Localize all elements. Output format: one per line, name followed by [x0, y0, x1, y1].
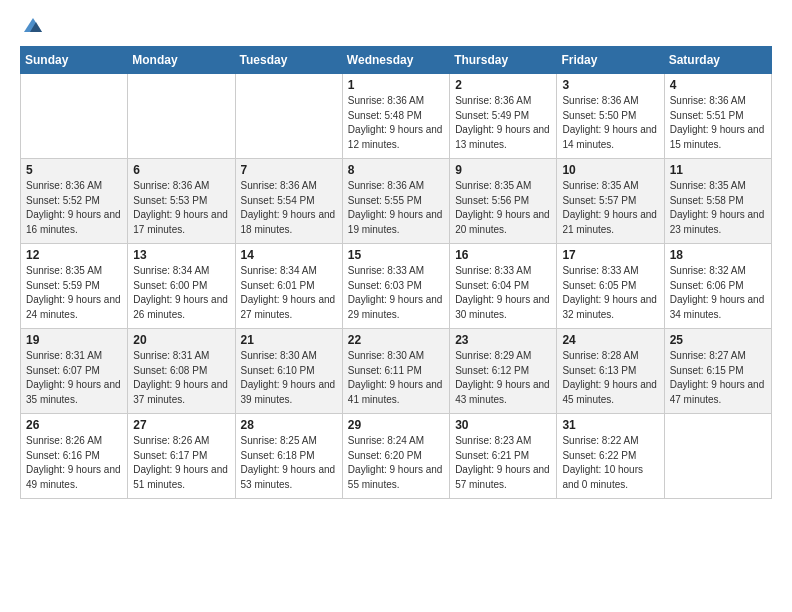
day-number: 6 — [133, 163, 229, 177]
day-number: 11 — [670, 163, 766, 177]
calendar-cell: 21Sunrise: 8:30 AMSunset: 6:10 PMDayligh… — [235, 329, 342, 414]
calendar-cell: 19Sunrise: 8:31 AMSunset: 6:07 PMDayligh… — [21, 329, 128, 414]
day-info: Sunrise: 8:31 AMSunset: 6:07 PMDaylight:… — [26, 349, 122, 407]
day-info: Sunrise: 8:35 AMSunset: 5:56 PMDaylight:… — [455, 179, 551, 237]
day-number: 26 — [26, 418, 122, 432]
day-number: 20 — [133, 333, 229, 347]
day-info: Sunrise: 8:35 AMSunset: 5:59 PMDaylight:… — [26, 264, 122, 322]
calendar-cell: 26Sunrise: 8:26 AMSunset: 6:16 PMDayligh… — [21, 414, 128, 499]
day-info: Sunrise: 8:30 AMSunset: 6:10 PMDaylight:… — [241, 349, 337, 407]
calendar-cell: 22Sunrise: 8:30 AMSunset: 6:11 PMDayligh… — [342, 329, 449, 414]
day-info: Sunrise: 8:26 AMSunset: 6:16 PMDaylight:… — [26, 434, 122, 492]
weekday-header: Tuesday — [235, 47, 342, 74]
day-info: Sunrise: 8:36 AMSunset: 5:54 PMDaylight:… — [241, 179, 337, 237]
calendar-week-row: 19Sunrise: 8:31 AMSunset: 6:07 PMDayligh… — [21, 329, 772, 414]
day-number: 18 — [670, 248, 766, 262]
day-info: Sunrise: 8:32 AMSunset: 6:06 PMDaylight:… — [670, 264, 766, 322]
day-info: Sunrise: 8:36 AMSunset: 5:55 PMDaylight:… — [348, 179, 444, 237]
calendar-cell: 29Sunrise: 8:24 AMSunset: 6:20 PMDayligh… — [342, 414, 449, 499]
day-info: Sunrise: 8:30 AMSunset: 6:11 PMDaylight:… — [348, 349, 444, 407]
day-info: Sunrise: 8:36 AMSunset: 5:50 PMDaylight:… — [562, 94, 658, 152]
day-number: 22 — [348, 333, 444, 347]
day-info: Sunrise: 8:36 AMSunset: 5:53 PMDaylight:… — [133, 179, 229, 237]
calendar-cell: 12Sunrise: 8:35 AMSunset: 5:59 PMDayligh… — [21, 244, 128, 329]
day-info: Sunrise: 8:28 AMSunset: 6:13 PMDaylight:… — [562, 349, 658, 407]
day-number: 30 — [455, 418, 551, 432]
weekday-header: Thursday — [450, 47, 557, 74]
calendar-cell: 7Sunrise: 8:36 AMSunset: 5:54 PMDaylight… — [235, 159, 342, 244]
day-info: Sunrise: 8:29 AMSunset: 6:12 PMDaylight:… — [455, 349, 551, 407]
header — [20, 16, 772, 34]
weekday-header: Wednesday — [342, 47, 449, 74]
day-number: 15 — [348, 248, 444, 262]
calendar-cell: 8Sunrise: 8:36 AMSunset: 5:55 PMDaylight… — [342, 159, 449, 244]
weekday-header: Monday — [128, 47, 235, 74]
day-number: 24 — [562, 333, 658, 347]
calendar-week-row: 26Sunrise: 8:26 AMSunset: 6:16 PMDayligh… — [21, 414, 772, 499]
day-info: Sunrise: 8:36 AMSunset: 5:52 PMDaylight:… — [26, 179, 122, 237]
calendar-cell: 3Sunrise: 8:36 AMSunset: 5:50 PMDaylight… — [557, 74, 664, 159]
calendar-cell: 4Sunrise: 8:36 AMSunset: 5:51 PMDaylight… — [664, 74, 771, 159]
day-number: 8 — [348, 163, 444, 177]
day-info: Sunrise: 8:34 AMSunset: 6:00 PMDaylight:… — [133, 264, 229, 322]
day-number: 7 — [241, 163, 337, 177]
calendar-week-row: 5Sunrise: 8:36 AMSunset: 5:52 PMDaylight… — [21, 159, 772, 244]
day-info: Sunrise: 8:33 AMSunset: 6:04 PMDaylight:… — [455, 264, 551, 322]
day-number: 25 — [670, 333, 766, 347]
day-number: 4 — [670, 78, 766, 92]
calendar-week-row: 1Sunrise: 8:36 AMSunset: 5:48 PMDaylight… — [21, 74, 772, 159]
calendar-cell: 23Sunrise: 8:29 AMSunset: 6:12 PMDayligh… — [450, 329, 557, 414]
calendar-cell: 10Sunrise: 8:35 AMSunset: 5:57 PMDayligh… — [557, 159, 664, 244]
day-info: Sunrise: 8:26 AMSunset: 6:17 PMDaylight:… — [133, 434, 229, 492]
day-info: Sunrise: 8:27 AMSunset: 6:15 PMDaylight:… — [670, 349, 766, 407]
calendar-cell: 2Sunrise: 8:36 AMSunset: 5:49 PMDaylight… — [450, 74, 557, 159]
day-info: Sunrise: 8:33 AMSunset: 6:05 PMDaylight:… — [562, 264, 658, 322]
weekday-header: Sunday — [21, 47, 128, 74]
day-info: Sunrise: 8:33 AMSunset: 6:03 PMDaylight:… — [348, 264, 444, 322]
day-number: 9 — [455, 163, 551, 177]
calendar-cell — [128, 74, 235, 159]
day-number: 27 — [133, 418, 229, 432]
calendar-week-row: 12Sunrise: 8:35 AMSunset: 5:59 PMDayligh… — [21, 244, 772, 329]
day-number: 23 — [455, 333, 551, 347]
day-info: Sunrise: 8:35 AMSunset: 5:57 PMDaylight:… — [562, 179, 658, 237]
calendar: SundayMondayTuesdayWednesdayThursdayFrid… — [20, 46, 772, 499]
page: SundayMondayTuesdayWednesdayThursdayFrid… — [0, 0, 792, 515]
calendar-cell: 16Sunrise: 8:33 AMSunset: 6:04 PMDayligh… — [450, 244, 557, 329]
calendar-cell: 1Sunrise: 8:36 AMSunset: 5:48 PMDaylight… — [342, 74, 449, 159]
calendar-cell: 18Sunrise: 8:32 AMSunset: 6:06 PMDayligh… — [664, 244, 771, 329]
day-info: Sunrise: 8:22 AMSunset: 6:22 PMDaylight:… — [562, 434, 658, 492]
day-number: 3 — [562, 78, 658, 92]
calendar-cell: 14Sunrise: 8:34 AMSunset: 6:01 PMDayligh… — [235, 244, 342, 329]
day-number: 10 — [562, 163, 658, 177]
day-number: 17 — [562, 248, 658, 262]
day-number: 19 — [26, 333, 122, 347]
weekday-header: Saturday — [664, 47, 771, 74]
calendar-cell — [235, 74, 342, 159]
calendar-cell — [664, 414, 771, 499]
calendar-cell: 11Sunrise: 8:35 AMSunset: 5:58 PMDayligh… — [664, 159, 771, 244]
day-number: 16 — [455, 248, 551, 262]
calendar-cell: 30Sunrise: 8:23 AMSunset: 6:21 PMDayligh… — [450, 414, 557, 499]
calendar-cell: 13Sunrise: 8:34 AMSunset: 6:00 PMDayligh… — [128, 244, 235, 329]
day-number: 13 — [133, 248, 229, 262]
weekday-header: Friday — [557, 47, 664, 74]
day-info: Sunrise: 8:31 AMSunset: 6:08 PMDaylight:… — [133, 349, 229, 407]
calendar-cell: 17Sunrise: 8:33 AMSunset: 6:05 PMDayligh… — [557, 244, 664, 329]
day-info: Sunrise: 8:36 AMSunset: 5:48 PMDaylight:… — [348, 94, 444, 152]
calendar-cell: 31Sunrise: 8:22 AMSunset: 6:22 PMDayligh… — [557, 414, 664, 499]
day-info: Sunrise: 8:24 AMSunset: 6:20 PMDaylight:… — [348, 434, 444, 492]
day-info: Sunrise: 8:35 AMSunset: 5:58 PMDaylight:… — [670, 179, 766, 237]
day-number: 1 — [348, 78, 444, 92]
day-info: Sunrise: 8:25 AMSunset: 6:18 PMDaylight:… — [241, 434, 337, 492]
day-number: 21 — [241, 333, 337, 347]
logo-icon — [22, 16, 44, 34]
day-info: Sunrise: 8:36 AMSunset: 5:51 PMDaylight:… — [670, 94, 766, 152]
day-number: 28 — [241, 418, 337, 432]
calendar-cell: 20Sunrise: 8:31 AMSunset: 6:08 PMDayligh… — [128, 329, 235, 414]
day-number: 14 — [241, 248, 337, 262]
day-number: 5 — [26, 163, 122, 177]
calendar-cell: 6Sunrise: 8:36 AMSunset: 5:53 PMDaylight… — [128, 159, 235, 244]
day-info: Sunrise: 8:23 AMSunset: 6:21 PMDaylight:… — [455, 434, 551, 492]
calendar-cell: 28Sunrise: 8:25 AMSunset: 6:18 PMDayligh… — [235, 414, 342, 499]
